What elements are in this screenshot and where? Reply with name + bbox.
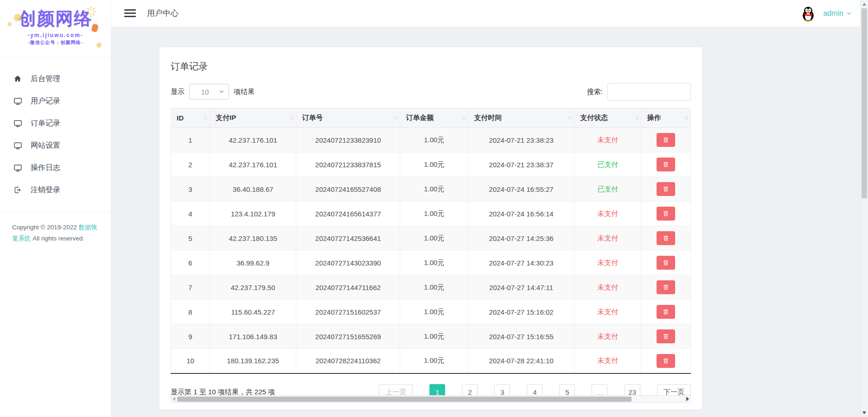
brand-wechat: -微信公众号：创颜网络- (0, 39, 111, 46)
cell-pay-ip: 36.99.62.9 (210, 251, 296, 275)
sidebar-item-label: 订单记录 (31, 119, 60, 128)
search-input[interactable] (607, 83, 691, 101)
sidebar-item-dashboard[interactable]: 后台管理 (0, 68, 111, 90)
sidebar-item-logout[interactable]: 注销登录 (0, 179, 111, 201)
cell-order-no: 20240727142536641 (296, 226, 400, 251)
column-header-status[interactable]: 支付状态↑↓ (574, 108, 641, 128)
horizontal-scrollbar-thumb[interactable] (177, 397, 632, 402)
cell-id: 6 (171, 251, 210, 275)
cell-pay-time: 2024-07-21 23:38:37 (468, 152, 574, 177)
delete-button[interactable] (657, 207, 675, 221)
cell-amount: 1.00元 (400, 251, 468, 275)
cell-id: 3 (171, 177, 210, 202)
column-header-pay-time[interactable]: 支付时间↑↓ (468, 108, 574, 128)
status-badge: 未支付 (597, 308, 618, 316)
cell-pay-ip: 36.40.188.67 (210, 177, 296, 202)
cell-order-no: 20240727143023390 (296, 251, 400, 275)
cell-status: 未支付 (574, 226, 641, 251)
column-label: 支付状态 (580, 114, 608, 121)
cell-pay-time: 2024-07-27 14:47:11 (468, 275, 574, 300)
sidebar-item-operation-logs[interactable]: 操作日志 (0, 157, 111, 179)
scroll-down-arrow-icon[interactable] (862, 411, 866, 414)
avatar[interactable] (800, 5, 817, 22)
logo-decoration-dot (14, 14, 21, 21)
cell-order-no: 20240721233823910 (296, 128, 400, 152)
monitor-icon (13, 119, 22, 128)
column-label: 支付IP (216, 114, 236, 121)
sidebar-item-label: 后台管理 (31, 74, 60, 84)
cell-action (641, 152, 691, 177)
column-header-action[interactable]: 操作↑↓ (641, 108, 691, 128)
sidebar: 创颜网络 -ym.ijiuwu.com- -微信公众号：创颜网络- 后台管理用户… (0, 0, 111, 417)
cell-pay-time: 2024-07-27 15:16:02 (468, 300, 574, 324)
chevron-down-icon (846, 10, 852, 17)
cell-pay-ip: 115.60.45.227 (210, 300, 296, 324)
column-header-order-no[interactable]: 订单号↑↓ (296, 108, 400, 128)
monitor-icon (13, 141, 22, 150)
cell-order-no: 20240724165527408 (296, 177, 400, 202)
column-header-amount[interactable]: 订单金额↑↓ (400, 108, 468, 128)
cell-order-no: 20240727144711662 (296, 275, 400, 300)
table-row: 636.99.62.9202407271430233901.00元2024-07… (171, 251, 691, 275)
hamburger-icon[interactable] (124, 9, 136, 17)
username[interactable]: admin (823, 9, 843, 18)
user-menu[interactable]: admin (800, 5, 852, 22)
cell-id: 4 (171, 202, 210, 226)
cell-order-no: 20240727151655269 (296, 324, 400, 349)
cell-action (641, 128, 691, 152)
page-length-select[interactable]: 10 (189, 84, 229, 100)
cell-id: 7 (171, 275, 210, 300)
copyright-prefix: Copyright © 2019-2022 (12, 224, 79, 231)
cell-order-no: 20240721233837815 (296, 152, 400, 177)
sidebar-item-user-records[interactable]: 用户记录 (0, 90, 111, 112)
delete-button[interactable] (657, 305, 675, 319)
cell-pay-time: 2024-07-27 15:16:55 (468, 324, 574, 349)
cell-pay-ip: 42.237.179.50 (210, 275, 296, 300)
delete-button[interactable] (657, 231, 675, 245)
scroll-left-arrow-icon[interactable] (172, 397, 175, 401)
status-badge: 未支付 (597, 136, 618, 144)
monitor-icon (13, 96, 22, 106)
table-controls: 显示 10 项结果 搜索: (171, 83, 691, 101)
delete-button[interactable] (657, 256, 675, 270)
cell-status: 未支付 (574, 128, 641, 152)
delete-button[interactable] (657, 133, 675, 147)
column-label: 支付时间 (474, 114, 502, 121)
column-label: 订单金额 (406, 114, 434, 121)
orders-table: ID↑↓支付IP↑↓订单号↑↓订单金额↑↓支付时间↑↓支付状态↑↓操作↑↓ 14… (171, 108, 691, 374)
cell-id: 1 (171, 128, 210, 152)
cell-id: 8 (171, 300, 210, 324)
column-header-pay-ip[interactable]: 支付IP↑↓ (210, 108, 296, 128)
cell-id: 2 (171, 152, 210, 177)
scroll-right-arrow-icon[interactable] (686, 397, 689, 401)
cell-status: 已支付 (574, 177, 641, 202)
cell-status: 未支付 (574, 275, 641, 300)
cell-pay-time: 2024-07-21 23:38:23 (468, 128, 574, 152)
logo: 创颜网络 -ym.ijiuwu.com- -微信公众号：创颜网络- (0, 0, 111, 57)
vertical-scrollbar-thumb[interactable] (862, 8, 867, 198)
cell-amount: 1.00元 (400, 152, 468, 177)
table-row: 4123.4.102.179202407241656143771.00元2024… (171, 202, 691, 226)
table-row: 142.237.176.101202407212338239101.00元202… (171, 128, 691, 152)
length-label-prefix: 显示 (171, 88, 185, 96)
sidebar-item-order-records[interactable]: 订单记录 (0, 112, 111, 134)
cell-pay-ip: 42.237.180.135 (210, 226, 296, 251)
cell-status: 未支付 (574, 349, 641, 373)
delete-button[interactable] (657, 354, 675, 368)
length-label-suffix: 项结果 (234, 88, 255, 96)
sidebar-item-site-settings[interactable]: 网站设置 (0, 134, 111, 157)
column-header-id[interactable]: ID↑↓ (171, 108, 210, 128)
cell-action (641, 251, 691, 275)
delete-button[interactable] (657, 329, 675, 343)
delete-button[interactable] (657, 182, 675, 196)
copyright: Copyright © 2019-2022 数据恢复系统 All rights … (0, 212, 111, 244)
cell-amount: 1.00元 (400, 177, 468, 202)
monitor-icon (13, 163, 22, 172)
scroll-up-arrow-icon[interactable] (862, 3, 866, 6)
delete-button[interactable] (657, 158, 675, 171)
column-label: ID (177, 114, 184, 122)
table-row: 336.40.188.67202407241655274081.00元2024-… (171, 177, 691, 202)
cell-status: 未支付 (574, 324, 641, 349)
delete-button[interactable] (657, 280, 675, 294)
cell-pay-ip: 171.106.149.83 (210, 324, 296, 349)
